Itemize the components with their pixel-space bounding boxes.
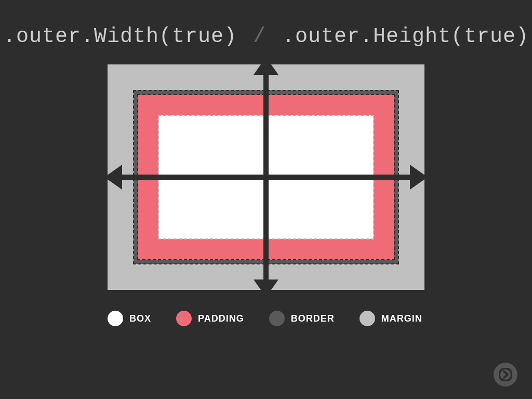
slide-title: .outer.Width(true) / .outer.Height(true) <box>0 25 532 48</box>
legend-label-margin: MARGIN <box>381 313 422 324</box>
legend-swatch-padding-icon <box>176 311 192 326</box>
legend-swatch-margin-icon <box>360 311 375 326</box>
height-arrow-up-icon <box>254 57 278 75</box>
next-slide-button[interactable] <box>494 363 517 387</box>
legend-label-box: BOX <box>129 313 151 324</box>
margin-layer <box>108 64 424 290</box>
legend-swatch-border-icon <box>269 311 285 326</box>
legend-item-box: BOX <box>108 311 151 326</box>
title-method-outerwidth: .outer.Width(true) <box>3 25 237 48</box>
title-method-outerheight: .outer.Height(true) <box>282 25 529 48</box>
box-model-diagram <box>108 64 424 290</box>
svg-point-0 <box>499 368 512 381</box>
width-arrow-right-icon <box>410 165 428 190</box>
height-arrow-shaft <box>263 72 269 283</box>
legend-item-padding: PADDING <box>176 311 244 326</box>
legend-label-padding: PADDING <box>198 313 244 324</box>
legend-item-margin: MARGIN <box>360 311 422 326</box>
legend: BOX PADDING BORDER MARGIN <box>108 311 430 326</box>
legend-swatch-box-icon <box>108 311 123 326</box>
legend-label-border: BORDER <box>291 313 335 324</box>
height-arrow-down-icon <box>254 280 278 297</box>
arrow-right-circle-icon <box>499 368 512 381</box>
width-arrow-left-icon <box>104 165 122 190</box>
legend-item-border: BORDER <box>269 311 335 326</box>
title-separator: / <box>250 25 269 48</box>
